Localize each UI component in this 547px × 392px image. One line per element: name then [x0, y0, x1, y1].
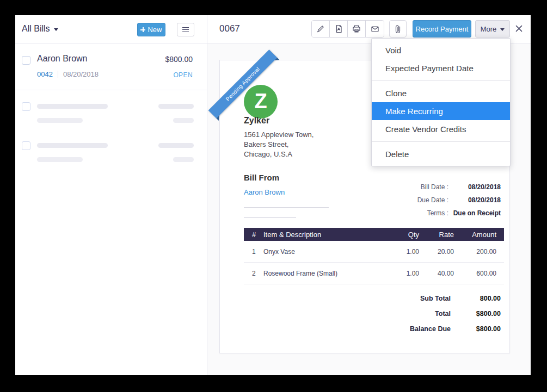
- total-row: Total $800.00: [343, 306, 501, 321]
- print-button[interactable]: [348, 21, 366, 37]
- total-label: Total: [343, 310, 451, 318]
- new-bill-label: New: [147, 26, 162, 34]
- bill-checkbox[interactable]: [22, 56, 30, 65]
- line-items-table: # Item & Description Qty Rate Amount 1 O…: [244, 228, 504, 284]
- address-line: Chicago, U.S.A: [244, 150, 314, 159]
- menu-item-clone[interactable]: Clone: [372, 84, 510, 102]
- menu-item-make-recurring[interactable]: Make Recurring: [372, 102, 510, 120]
- toolbar-icon-group: [311, 20, 384, 38]
- placeholder-line: [244, 207, 329, 208]
- record-payment-button[interactable]: Record Payment: [413, 20, 471, 38]
- company-name: Zylker: [244, 116, 269, 126]
- column-header: #: [244, 231, 263, 239]
- bill-subline: 0042 08/20/2018: [37, 70, 99, 78]
- new-bill-button[interactable]: New: [137, 23, 165, 36]
- menu-item-void[interactable]: Void: [372, 41, 510, 59]
- detail-label: Terms :: [337, 209, 448, 217]
- cell-rate: 40.00: [419, 270, 454, 277]
- address-line: Bakers Street,: [244, 140, 314, 150]
- chevron-down-icon: [54, 28, 58, 31]
- logo-letter: Z: [254, 91, 267, 111]
- edit-button[interactable]: [312, 21, 330, 37]
- detail-value: Due on Receipt: [448, 209, 501, 217]
- cell-rate: 20.00: [419, 248, 454, 256]
- list-view-toggle-button[interactable]: [177, 23, 194, 36]
- bill-number-link[interactable]: 0042: [37, 70, 53, 78]
- skeleton-bar: [173, 157, 194, 162]
- bills-filter-dropdown[interactable]: All Bills: [22, 24, 58, 34]
- detail-value: 08/20/2018: [448, 196, 501, 204]
- close-button[interactable]: [513, 22, 525, 34]
- divider: [58, 71, 58, 78]
- total-label: Balance Due: [343, 325, 451, 333]
- total-value: $800.00: [451, 325, 501, 333]
- detail-row: Bill Date : 08/20/2018: [337, 181, 501, 194]
- pdf-button[interactable]: [330, 21, 348, 37]
- table-row: 1 Onyx Vase 1.00 20.00 200.00: [244, 241, 504, 263]
- skeleton-bar: [37, 157, 83, 162]
- attachment-icon: [395, 24, 401, 34]
- skeleton-bar: [173, 118, 194, 123]
- totals-section: Sub Total 800.00 Total $800.00 Balance D…: [343, 291, 501, 337]
- cell-qty: 1.00: [384, 248, 419, 256]
- menu-item-create-vendor-credits[interactable]: Create Vendor Credits: [372, 120, 510, 138]
- column-header: Qty: [384, 231, 419, 239]
- mail-icon: [371, 25, 379, 33]
- bill-checkbox[interactable]: [22, 141, 30, 150]
- skeleton-bar: [158, 143, 194, 148]
- cell-qty: 1.00: [384, 270, 419, 277]
- bill-detail-fields: Bill Date : 08/20/2018 Due Date : 08/20/…: [337, 181, 501, 220]
- detail-row: Terms : Due on Receipt: [337, 207, 501, 220]
- table-header: # Item & Description Qty Rate Amount: [244, 228, 504, 241]
- cell-description: Rosewood Frame (Small): [263, 270, 384, 277]
- menu-item-delete[interactable]: Delete: [372, 145, 510, 163]
- skeleton-bar: [158, 104, 194, 109]
- company-logo: Z: [244, 85, 278, 119]
- detail-label: Due Date :: [337, 196, 448, 204]
- skeleton-bar: [37, 118, 83, 123]
- menu-separator: [372, 141, 510, 142]
- skeleton-bar: [37, 104, 108, 109]
- bill-vendor-name: Aaron Brown: [37, 54, 88, 64]
- attachment-button[interactable]: [389, 20, 407, 38]
- cell-index: 2: [244, 270, 263, 277]
- vendor-link[interactable]: Aaron Brown: [244, 188, 285, 196]
- mail-button[interactable]: [366, 21, 384, 37]
- cell-description: Onyx Vase: [263, 248, 384, 256]
- bill-list-item[interactable]: Aaron Brown $800.00 0042 08/20/2018 OPEN: [15, 43, 207, 90]
- company-address: 1561 Appleview Town, Bakers Street, Chic…: [244, 130, 314, 159]
- pdf-icon: [335, 24, 343, 33]
- skeleton-bar: [37, 143, 108, 148]
- list-header: All Bills New: [15, 15, 207, 43]
- print-icon: [352, 24, 361, 33]
- plus-icon: [140, 27, 145, 32]
- total-value: 800.00: [451, 295, 501, 302]
- close-icon: [515, 24, 523, 33]
- edit-icon: [316, 24, 325, 33]
- total-value: $800.00: [451, 310, 501, 318]
- cell-index: 1: [244, 248, 263, 256]
- app-window: All Bills New Aaron Brown $800.00 0042 0…: [15, 15, 531, 375]
- detail-label: Bill Date :: [337, 183, 448, 191]
- chevron-down-icon: [500, 28, 505, 31]
- cell-amount: 600.00: [454, 270, 504, 277]
- menu-item-expected-payment-date[interactable]: Expected Payment Date: [372, 59, 510, 77]
- more-button[interactable]: More: [475, 20, 510, 38]
- placeholder-line: [244, 217, 296, 218]
- menu-separator: [372, 80, 510, 81]
- balance-due-row: Balance Due $800.00: [343, 321, 501, 337]
- cell-amount: 200.00: [454, 248, 504, 256]
- column-header: Rate: [419, 231, 454, 239]
- column-header: Item & Description: [263, 231, 384, 239]
- bill-checkbox[interactable]: [22, 102, 30, 111]
- total-label: Sub Total: [343, 295, 451, 302]
- more-dropdown-menu: Void Expected Payment Date Clone Make Re…: [371, 38, 511, 166]
- bill-from-label: Bill From: [244, 173, 279, 182]
- bill-date: 08/20/2018: [63, 70, 99, 78]
- status-badge: OPEN: [173, 71, 193, 79]
- column-header: Amount: [454, 231, 504, 239]
- subtotal-row: Sub Total 800.00: [343, 291, 501, 306]
- hamburger-icon: [182, 27, 189, 28]
- table-row: 2 Rosewood Frame (Small) 1.00 40.00 600.…: [244, 263, 504, 284]
- address-line: 1561 Appleview Town,: [244, 130, 314, 140]
